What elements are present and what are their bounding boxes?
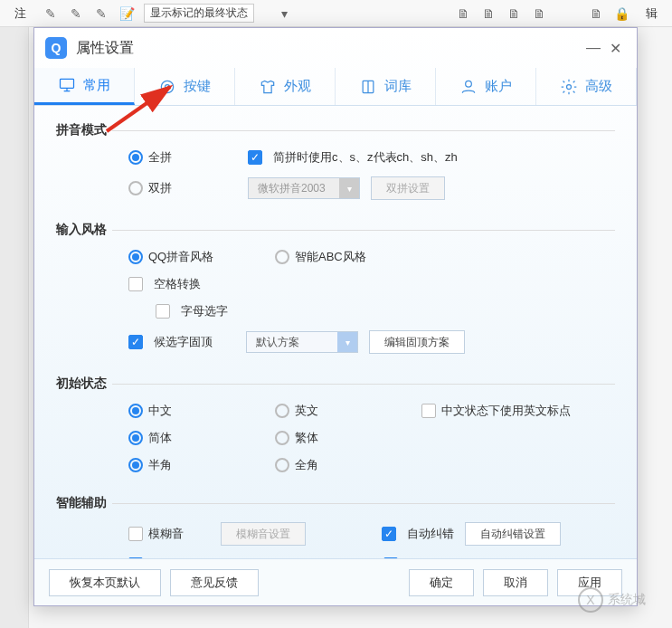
label-letter-select: 字母选字 [181, 303, 228, 319]
bg-note-label: 注 [7, 2, 33, 25]
checkbox-pin-candidate[interactable] [128, 335, 143, 349]
label-pin-candidate: 候选字固顶 [154, 334, 235, 350]
bg-icon-4[interactable]: ▾ [276, 5, 292, 22]
radio-chinese[interactable] [128, 404, 143, 418]
tab-advanced[interactable]: 高级 [536, 68, 637, 105]
bg-lock-icon[interactable]: 🔒 [613, 5, 629, 22]
bg-icon-3[interactable]: ✎ [93, 5, 109, 22]
radio-qq-style[interactable] [128, 250, 143, 264]
tab-keys[interactable]: 按键 [135, 68, 235, 105]
svg-point-4 [166, 84, 170, 89]
autofix-settings-button[interactable]: 自动纠错设置 [465, 522, 561, 546]
svg-point-7 [466, 81, 472, 87]
svg-rect-0 [61, 79, 74, 88]
tab-appearance[interactable]: 外观 [235, 68, 336, 105]
cancel-button[interactable]: 取消 [483, 569, 548, 596]
tab-label: 常用 [83, 77, 110, 94]
label-chinese: 中文 [148, 403, 172, 419]
checkbox-fuzzy[interactable] [128, 527, 143, 541]
tab-dictionary[interactable]: 词库 [336, 68, 436, 105]
select-double-scheme: 微软拼音2003 ▾ [248, 177, 360, 199]
label-english: 英文 [295, 403, 318, 419]
radio-fullwidth[interactable] [275, 458, 289, 472]
bg-icon-6[interactable]: 🗎 [480, 5, 497, 22]
label-qq-style: QQ拼音风格 [148, 249, 213, 265]
radio-traditional[interactable] [275, 431, 289, 445]
dialog-title: 属性设置 [76, 39, 582, 58]
apply-button[interactable]: 应用 [557, 569, 622, 596]
bg-icon-5[interactable]: 🗎 [455, 5, 471, 22]
label-simplified: 简体 [148, 430, 172, 446]
select-pin-scheme[interactable]: 默认方案 ▾ [246, 331, 358, 353]
tab-label: 账户 [485, 78, 512, 95]
shirt-icon [259, 78, 277, 96]
close-button[interactable]: ✕ [604, 37, 626, 59]
gear-icon [560, 78, 578, 96]
checkbox-autofix[interactable] [382, 527, 396, 541]
edit-pin-button[interactable]: 编辑固顶方案 [369, 330, 465, 354]
feedback-button[interactable]: 意见反馈 [170, 569, 259, 596]
restore-defaults-button[interactable]: 恢复本页默认 [49, 569, 161, 596]
label-halfwidth: 半角 [148, 457, 172, 473]
chevron-down-icon: ▾ [339, 178, 359, 198]
tab-account[interactable]: 账户 [436, 68, 536, 105]
label-simplified-pinyin: 简拼时使用c、s、z代表ch、sh、zh [273, 149, 458, 166]
chevron-down-icon[interactable]: ▾ [337, 332, 357, 352]
checkbox-space-convert[interactable] [128, 277, 143, 291]
label-space-convert: 空格转换 [154, 276, 201, 292]
label-full-pinyin: 全拼 [148, 149, 172, 166]
monitor-icon [58, 76, 76, 94]
section-pinyin-title: 拼音模式 [56, 122, 615, 138]
section-smart-title: 智能辅助 [56, 495, 615, 511]
checkbox-en-punct[interactable] [421, 404, 436, 418]
bg-icon-7[interactable]: 🗎 [506, 5, 522, 22]
label-abc-style: 智能ABC风格 [295, 249, 366, 265]
tab-label: 高级 [585, 78, 612, 95]
svg-point-8 [567, 84, 572, 89]
minimize-button[interactable]: — [582, 37, 604, 59]
section-initial-title: 初始状态 [56, 376, 615, 392]
radio-abc-style[interactable] [275, 250, 289, 264]
label-double-pinyin: 双拼 [148, 180, 172, 196]
bg-icon-edit[interactable]: 📝 [118, 5, 135, 22]
radio-english[interactable] [275, 404, 289, 418]
book-icon [359, 78, 377, 96]
label-fuzzy: 模糊音 [148, 526, 184, 542]
label-en-punct: 中文状态下使用英文标点 [441, 403, 571, 419]
label-autofix: 自动纠错 [407, 526, 454, 542]
label-fullwidth: 全角 [295, 457, 318, 473]
tab-label: 词库 [384, 78, 412, 95]
bg-right-label: 辑 [639, 2, 665, 25]
tab-label: 外观 [284, 78, 311, 95]
section-input-title: 输入风格 [56, 222, 615, 238]
bg-icon-8[interactable]: 🗎 [531, 5, 547, 22]
fuzzy-settings-button: 模糊音设置 [221, 522, 306, 546]
bg-icon-2[interactable]: ✎ [68, 5, 84, 22]
bg-status-dropdown[interactable]: 显示标记的最终状态 [144, 4, 254, 23]
ok-button[interactable]: 确定 [409, 569, 474, 596]
double-settings-button: 双拼设置 [371, 176, 445, 200]
bg-icon-1[interactable]: ✎ [43, 5, 59, 22]
app-logo: Q [45, 37, 67, 59]
checkbox-letter-select[interactable] [156, 304, 170, 319]
svg-point-3 [161, 81, 173, 92]
tab-common[interactable]: 常用 [34, 68, 135, 105]
bg-icon-9[interactable]: 🗎 [588, 5, 604, 22]
settings-dialog: Q 属性设置 — ✕ 常用 按键 外观 词库 账户 高级 [33, 27, 638, 606]
user-icon [459, 78, 478, 96]
radio-double-pinyin[interactable] [128, 181, 143, 195]
checkbox-simplified-pinyin[interactable] [248, 150, 262, 165]
label-traditional: 繁体 [295, 430, 318, 446]
radio-halfwidth[interactable] [128, 458, 143, 472]
radio-full-pinyin[interactable] [128, 150, 143, 165]
radio-simplified[interactable] [128, 431, 143, 445]
key-icon [158, 78, 176, 96]
tab-label: 按键 [184, 78, 211, 95]
